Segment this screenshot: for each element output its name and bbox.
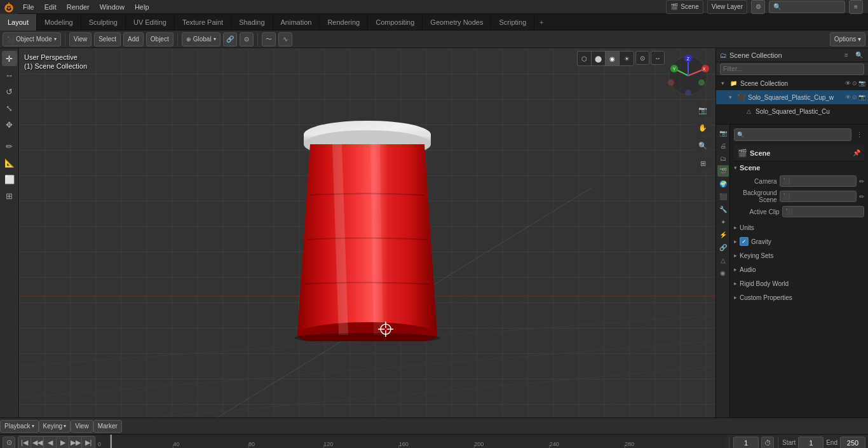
tab-compositing[interactable]: Compositing xyxy=(368,14,423,31)
restrict-view-icon[interactable]: 👁 xyxy=(845,80,851,86)
tab-rendering[interactable]: Rendering xyxy=(320,14,368,31)
current-frame-input[interactable]: 1 xyxy=(733,437,759,449)
menu-render[interactable]: Render xyxy=(62,0,95,13)
custom-props-section[interactable]: ▸ Custom Properties xyxy=(734,291,864,304)
jump-end-btn[interactable]: ▶| xyxy=(82,437,95,449)
outliner-object-item[interactable]: ▾ ⬛ Solo_Squared_Plastic_Cup_w 👁 ⊙ 📷 xyxy=(716,90,868,104)
camera-pen-icon[interactable]: ✏ xyxy=(859,178,864,185)
tab-sculpting[interactable]: Sculpting xyxy=(81,14,126,31)
snap-toggle[interactable]: 🔗 xyxy=(223,32,237,46)
quad-view-btn[interactable]: ⊞ xyxy=(695,156,710,171)
outliner-expand-collection[interactable]: ▾ xyxy=(719,79,726,87)
scene-settings-btn[interactable]: ⚙ xyxy=(751,0,765,14)
props-tab-material[interactable]: ◉ xyxy=(717,267,729,278)
add-cube-tool[interactable]: ⬜ xyxy=(2,172,17,187)
outliner-expand-object[interactable]: ▾ xyxy=(726,93,734,101)
proportional-editing[interactable]: ⊙ xyxy=(240,32,254,46)
transform-tool[interactable]: ✥ xyxy=(2,117,17,132)
restrict-render-icon[interactable]: 📷 xyxy=(858,80,865,86)
3d-viewport[interactable]: User Perspective (1) Scene Collection X … xyxy=(19,48,715,417)
menu-edit[interactable]: Edit xyxy=(39,0,62,13)
play-btn[interactable]: ▶ xyxy=(57,437,69,449)
options-btn[interactable]: Options ▾ xyxy=(830,32,865,46)
zoom-btn[interactable]: 🔍 xyxy=(695,138,710,153)
end-frame-input[interactable] xyxy=(840,437,865,449)
menu-help[interactable]: Help xyxy=(130,0,154,13)
rotate-tool[interactable]: ↺ xyxy=(2,84,17,99)
props-tab-view-layer[interactable]: 🗂 xyxy=(717,153,729,164)
start-frame-input[interactable] xyxy=(798,437,824,449)
outliner-filter-btn[interactable]: ≡ xyxy=(841,50,851,60)
bg-scene-value[interactable]: ⬛ xyxy=(780,191,857,202)
props-tab-modifier[interactable]: 🔧 xyxy=(717,203,729,215)
viewport-shading-rendered[interactable]: ☀ xyxy=(620,51,634,65)
marker-btn[interactable]: Marker xyxy=(93,420,122,433)
props-tab-world[interactable]: 🌍 xyxy=(717,178,729,189)
tab-animation[interactable]: Animation xyxy=(273,14,320,31)
viewport-axes-widget[interactable]: X Y Z xyxy=(666,53,710,98)
rigid-body-section[interactable]: ▸ Rigid Body World xyxy=(734,277,864,290)
props-tab-constraints[interactable]: 🔗 xyxy=(717,241,729,253)
measure-tool[interactable]: 📐 xyxy=(2,155,17,170)
props-tab-physics[interactable]: ⚡ xyxy=(717,229,729,240)
units-section[interactable]: ▸ Units xyxy=(734,221,864,234)
active-clip-value[interactable]: ⬛ xyxy=(782,206,864,217)
props-tab-render[interactable]: 📷 xyxy=(717,127,729,139)
viewport-gizmo-toggle[interactable]: ↔ xyxy=(651,51,665,65)
tab-shading[interactable]: Shading xyxy=(231,14,273,31)
props-collapse-btn[interactable]: ⋮ xyxy=(854,128,864,141)
props-tab-scene[interactable]: 🎬 xyxy=(717,165,729,177)
audio-section[interactable]: ▸ Audio xyxy=(734,263,864,276)
wave-btn[interactable]: ∿ xyxy=(278,32,292,46)
annotate-tool[interactable]: ✏ xyxy=(2,139,17,154)
outliner-mesh-item[interactable]: ▸ △ Solo_Squared_Plastic_Cu xyxy=(716,104,868,118)
tab-layout[interactable]: Layout xyxy=(0,14,37,31)
props-tab-particles[interactable]: ✦ xyxy=(717,216,729,227)
add-menu[interactable]: Add xyxy=(123,32,144,46)
search-bar[interactable]: 🔍 xyxy=(769,1,845,13)
obj-render-icon[interactable]: 📷 xyxy=(858,94,865,100)
cursor-tool[interactable]: ✛ xyxy=(2,51,17,66)
clock-icon-btn[interactable]: ⏱ xyxy=(761,437,774,449)
keying-sets-section[interactable]: ▸ Keying Sets xyxy=(734,249,864,262)
frame-type-btn[interactable]: ⊙ xyxy=(3,437,15,449)
camera-value[interactable]: ⬛ xyxy=(780,175,857,187)
jump-start-btn[interactable]: |◀ xyxy=(18,437,31,449)
select-menu[interactable]: Select xyxy=(94,32,121,46)
menu-file[interactable]: File xyxy=(18,0,39,13)
bg-scene-pen-icon[interactable]: ✏ xyxy=(859,193,864,200)
props-tab-data[interactable]: △ xyxy=(717,254,729,266)
scene-subsec-header[interactable]: ▾ Scene xyxy=(734,164,864,172)
add-workspace-btn[interactable]: + xyxy=(534,14,548,31)
curve-btn[interactable]: 〜 xyxy=(262,32,276,46)
view-btn-timeline[interactable]: View xyxy=(71,420,93,433)
camera-view-btn[interactable]: 📷 xyxy=(695,102,710,118)
hand-tool-btn[interactable]: ✋ xyxy=(695,120,710,135)
filter-btn[interactable]: ≡ xyxy=(849,0,863,14)
tab-geometry-nodes[interactable]: Geometry Nodes xyxy=(423,14,491,31)
tab-modeling[interactable]: Modeling xyxy=(37,14,81,31)
menu-window[interactable]: Window xyxy=(95,0,130,13)
view-menu[interactable]: View xyxy=(69,32,92,46)
gravity-checkbox[interactable]: ✓ xyxy=(740,237,749,246)
multi-tool[interactable]: ⊞ xyxy=(2,188,17,203)
scene-pin-btn[interactable]: 📌 xyxy=(853,149,860,156)
props-tab-output[interactable]: 🖨 xyxy=(717,140,729,151)
tab-texture-paint[interactable]: Texture Paint xyxy=(175,14,231,31)
props-tab-object[interactable]: ⬛ xyxy=(717,191,729,202)
move-tool[interactable]: ↔ xyxy=(2,67,17,83)
restrict-viewport-icon[interactable]: ⊙ xyxy=(852,80,857,86)
transform-orientation[interactable]: ⊕ Global ▾ xyxy=(182,32,220,46)
viewport-shading-material[interactable]: ◉ xyxy=(606,51,620,65)
gravity-section[interactable]: ▸ ✓ Gravity xyxy=(734,235,864,248)
obj-viewport-icon[interactable]: ⊙ xyxy=(852,94,857,100)
mode-selector[interactable]: ⬛ Object Mode ▾ xyxy=(3,32,61,46)
step-forward-btn[interactable]: ▶▶ xyxy=(69,437,82,449)
object-menu[interactable]: Object xyxy=(146,32,173,46)
keying-btn[interactable]: Keying ▾ xyxy=(39,420,71,433)
playback-btn[interactable]: Playback ▾ xyxy=(0,420,39,433)
viewport-shading-solid[interactable]: ⬤ xyxy=(592,51,606,65)
outliner-search-input[interactable] xyxy=(720,64,864,75)
frame-ruler[interactable]: 0 40 80 120 160 200 240 280 xyxy=(98,435,725,449)
outliner-search-btn[interactable]: 🔍 xyxy=(854,50,864,60)
